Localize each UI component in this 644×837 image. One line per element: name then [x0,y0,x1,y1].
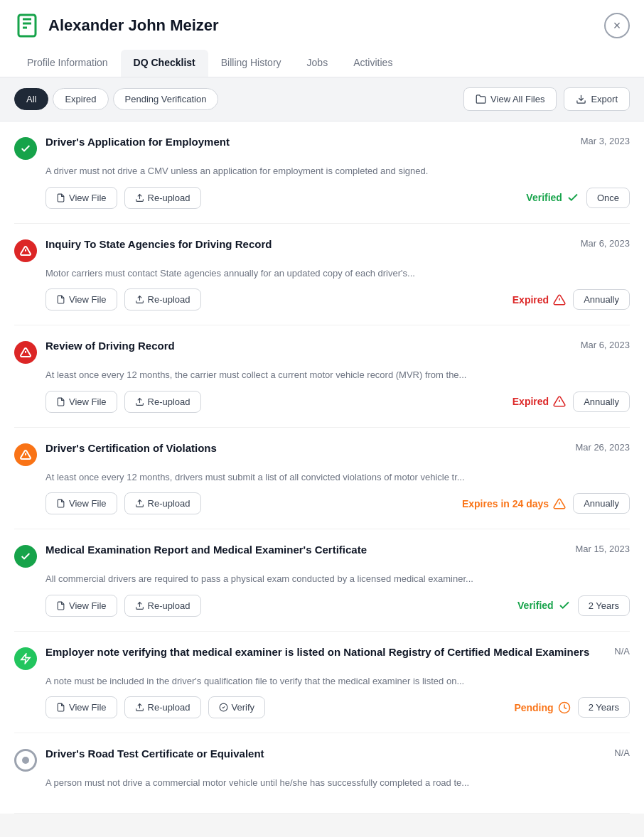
item-date: N/A [614,747,630,758]
status-icon-verified [14,545,37,568]
export-label: Export [591,94,618,104]
status-icon-expired [14,341,37,364]
verify-button[interactable]: Verify [208,696,266,718]
status-icon-verified [14,137,37,160]
checklist-item: Medical Examination Report and Medical E… [14,529,630,632]
tab-activities[interactable]: Activities [340,50,405,77]
reupload-button[interactable]: Re-upload [124,391,201,413]
item-header: Employer note verifying that medical exa… [14,646,630,670]
reupload-button[interactable]: Re-upload [124,492,201,514]
status-text: Verified [517,600,554,611]
status-text: Expired [512,396,549,407]
item-date: N/A [614,646,630,657]
file-icon [56,601,65,610]
view-all-files-button[interactable]: View All Files [463,87,557,111]
upload-icon [135,397,144,406]
item-title: Driver's Road Test Certificate or Equiva… [45,747,264,760]
reupload-button[interactable]: Re-upload [124,187,201,209]
view-all-files-label: View All Files [490,94,544,104]
filter-pending-button[interactable]: Pending Verification [113,88,219,110]
status-badge: Expired [512,293,566,306]
item-title: Employer note verifying that medical exa… [45,646,589,658]
tab-dq-checklist[interactable]: DQ Checklist [121,50,208,77]
file-icon [56,193,65,202]
checklist-item: Inquiry To State Agencies for Driving Re… [14,224,630,326]
item-description: A driver must not drive a CMV unless an … [45,164,630,178]
export-icon [576,94,586,104]
file-icon [56,397,65,406]
status-badge: Expired [512,395,566,408]
item-description: A note must be included in the driver's … [45,674,630,688]
upload-icon [135,601,144,610]
status-icon-pending [14,647,37,670]
view-file-button[interactable]: View File [45,187,117,209]
document-icon [14,13,40,38]
tab-profile-information[interactable]: Profile Information [14,50,121,77]
upload-icon [135,703,144,712]
item-date: Mar 6, 2023 [581,238,630,249]
item-actions: View File Re-upload Verified 2 Years [45,595,630,617]
status-icon-warning [14,443,37,466]
view-file-button[interactable]: View File [45,696,117,718]
item-date: Mar 15, 2023 [575,544,630,554]
warning-icon [553,395,566,408]
item-header: Driver's Certification of Violations Mar… [14,442,630,466]
frequency-badge: Annually [573,392,630,412]
filter-expired-button[interactable]: Expired [53,88,108,110]
reupload-button[interactable]: Re-upload [124,595,201,617]
header-top-row: Alexander John Meizer × [14,13,630,38]
reupload-button[interactable]: Re-upload [124,288,201,310]
item-description: Motor carriers must contact State agenci… [45,266,630,281]
item-title-row: Driver's Road Test Certificate or Equiva… [45,747,630,760]
filter-buttons: All Expired Pending Verification [14,88,218,110]
item-description: At least once every 12 months, the carri… [45,368,630,382]
view-file-button[interactable]: View File [45,492,117,514]
warning-icon [553,497,566,510]
item-header: Review of Driving Record Mar 6, 2023 [14,340,630,364]
tab-bar: Profile Information DQ Checklist Billing… [14,50,630,77]
frequency-badge: Annually [573,493,630,514]
view-file-button[interactable]: View File [45,595,117,617]
action-buttons: View All Files Export [463,87,630,111]
export-button[interactable]: Export [564,87,630,111]
tab-jobs[interactable]: Jobs [294,50,341,77]
upload-icon [135,295,144,304]
status-badge: Verified [517,599,571,612]
item-header: Inquiry To State Agencies for Driving Re… [14,238,630,262]
checklist-item: Driver's Application for Employment Mar … [14,122,630,224]
item-actions: View File Re-upload Expired Annually [45,288,630,310]
frequency-badge: Annually [573,289,630,310]
verified-check-icon [558,599,571,612]
item-title-row: Employer note verifying that medical exa… [45,646,630,658]
item-title: Review of Driving Record [45,340,175,352]
checklist-item: Employer note verifying that medical exa… [14,632,630,734]
item-date: Mar 26, 2023 [575,442,630,453]
item-title-row: Driver's Application for Employment Mar … [45,136,630,148]
item-description: A person must not drive a commercial mot… [45,776,630,790]
status-text: Pending [514,702,553,713]
status-text: Verified [526,192,562,203]
item-description: At least once every 12 months, drivers m… [45,470,630,485]
upload-icon [135,499,144,508]
folder-icon [476,94,486,104]
view-file-button[interactable]: View File [45,391,117,413]
status-badge: Expires in 24 days [462,497,566,510]
item-header: Driver's Road Test Certificate or Equiva… [14,747,630,772]
tab-billing-history[interactable]: Billing History [208,50,294,77]
pending-icon [558,701,571,714]
item-title: Driver's Certification of Violations [45,442,217,454]
file-icon [56,499,65,508]
item-title: Medical Examination Report and Medical E… [45,544,367,556]
page-title: Alexander John Meizer [48,16,219,35]
item-actions: View File Re-upload Verified Once [45,187,630,209]
frequency-badge: Once [586,188,630,208]
filter-all-button[interactable]: All [14,88,48,110]
item-title-row: Driver's Certification of Violations Mar… [45,442,630,454]
close-button[interactable]: × [604,13,630,38]
item-title: Inquiry To State Agencies for Driving Re… [45,238,272,250]
item-actions: View File Re-upload Verify Pending 2 Yea… [45,696,630,718]
checklist-item: Driver's Certification of Violations Mar… [14,428,630,530]
view-file-button[interactable]: View File [45,288,117,310]
file-icon [56,703,65,712]
reupload-button[interactable]: Re-upload [124,696,201,718]
